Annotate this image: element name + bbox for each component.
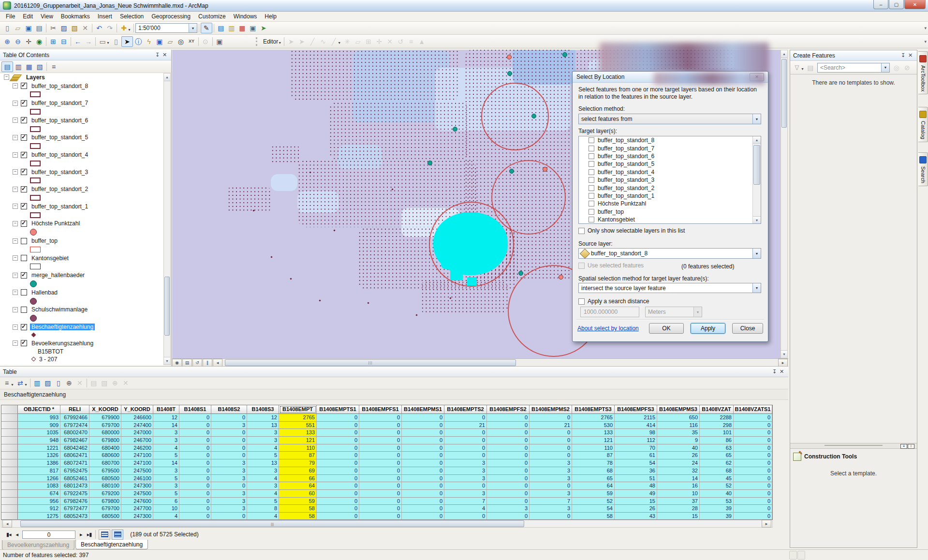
refresh-view-button[interactable]: ↺: [192, 359, 202, 367]
chevron-down-icon[interactable]: ▼: [881, 63, 889, 72]
menu-help[interactable]: Help: [261, 12, 280, 21]
delete-icon[interactable]: ✕: [80, 23, 90, 33]
toc-layer-row[interactable]: −buffer_top_standort_7: [3, 99, 163, 107]
toolbar-overflow-icon[interactable]: ▾: [924, 39, 927, 44]
row-header-cell[interactable]: [1, 459, 18, 467]
show-selected-records-button[interactable]: [112, 530, 123, 540]
layer-visibility-checkbox[interactable]: [21, 152, 27, 158]
layer-symbol[interactable]: [30, 212, 41, 218]
layer-label[interactable]: Schulschwimmanlage: [30, 306, 89, 313]
html-popup-icon[interactable]: ▣: [154, 37, 165, 46]
collapse-icon[interactable]: −: [13, 101, 18, 106]
target-layer-checkbox[interactable]: [589, 217, 594, 222]
layer-visibility-checkbox[interactable]: [21, 307, 27, 313]
toolbar-overflow-icon[interactable]: ▾: [924, 26, 927, 30]
target-layer-checkbox[interactable]: [589, 177, 594, 183]
column-header-reli[interactable]: RELI: [60, 405, 89, 414]
table-row[interactable]: 1266680524616805002461005034660003036551…: [1, 475, 772, 483]
menu-customize[interactable]: Customize: [194, 12, 230, 21]
collapse-icon[interactable]: −: [4, 74, 9, 80]
show-all-records-button[interactable]: [99, 530, 110, 540]
toc-layer-row[interactable]: −Bevoelkerungszaehlung: [3, 339, 163, 348]
layer-label[interactable]: buffer_top_standort_2: [30, 186, 89, 192]
collapse-icon[interactable]: −: [13, 238, 18, 244]
close-icon[interactable]: ✕: [778, 368, 785, 375]
switch-selection-icon[interactable]: ▨: [43, 378, 53, 388]
only-show-selectable-checkbox[interactable]: [578, 228, 585, 234]
layer-visibility-checkbox[interactable]: [21, 186, 27, 192]
collapse-icon[interactable]: −: [13, 187, 18, 192]
target-layer-item[interactable]: buffer_top: [579, 208, 761, 216]
layer-label[interactable]: Kantonsgebiet: [30, 255, 70, 262]
layer-symbol[interactable]: [30, 91, 41, 97]
column-header-b1408empfs1[interactable]: B1408EMPFS1: [359, 405, 402, 414]
collapse-icon[interactable]: −: [13, 273, 18, 278]
collapse-icon[interactable]: −: [13, 307, 18, 312]
redo-icon[interactable]: ↷: [104, 23, 115, 33]
toc-layer-row[interactable]: −buffer_top_standort_1: [3, 202, 163, 211]
toc-layer-row[interactable]: −buffer_top_standort_8: [3, 82, 163, 90]
paste-icon[interactable]: ▧: [69, 23, 80, 33]
target-layer-checkbox[interactable]: [589, 146, 594, 151]
toc-layer-row[interactable]: −buffer_top: [3, 236, 163, 245]
list-by-selection-icon[interactable]: ▧: [34, 62, 45, 72]
layer-symbol[interactable]: [31, 333, 36, 338]
chevron-down-icon[interactable]: ▼: [752, 114, 761, 124]
expand-panel-icon[interactable]: ▯: [908, 444, 914, 449]
selection-method-combo[interactable]: select features from ▼: [578, 114, 761, 124]
collapse-icon[interactable]: −: [13, 221, 18, 226]
apply-distance-row[interactable]: Apply a search distance: [578, 298, 649, 305]
measure-icon[interactable]: ▱: [165, 37, 176, 46]
list-by-drawing-order-icon[interactable]: ▤: [1, 61, 13, 72]
dock-tab-arctoolbox[interactable]: ArcToolbox: [918, 51, 928, 94]
layer-visibility-checkbox[interactable]: [21, 83, 27, 89]
row-header-cell[interactable]: [1, 429, 18, 437]
toc-layer-row[interactable]: −buffer_top_standort_2: [3, 185, 163, 193]
grid-corner-cell[interactable]: [1, 405, 18, 414]
column-header-xkoord[interactable]: X_KOORD: [89, 405, 121, 414]
row-header-cell[interactable]: [1, 498, 18, 505]
toc-layer-row[interactable]: −buffer_top_standort_3: [3, 168, 163, 177]
scroll-left-icon[interactable]: ◂: [213, 359, 222, 367]
select-elements-icon[interactable]: ➤: [121, 36, 133, 47]
table-row[interactable]: 1035680024706800002470003003133000000133…: [1, 429, 772, 437]
layer-visibility-checkbox[interactable]: [21, 117, 27, 123]
target-layer-checkbox[interactable]: [589, 201, 594, 206]
toc-layer-row[interactable]: −Schulschwimmanlage: [3, 306, 163, 314]
pause-drawing-button[interactable]: ∥: [203, 359, 212, 367]
layer-visibility-checkbox[interactable]: [21, 340, 27, 346]
target-layer-item[interactable]: Kantonsgebiet: [579, 216, 761, 223]
layer-visibility-checkbox[interactable]: [21, 238, 27, 244]
chevron-down-icon[interactable]: ▼: [24, 383, 28, 386]
collapse-icon[interactable]: −: [13, 290, 18, 295]
target-layer-item[interactable]: buffer_top_standort_6: [579, 152, 761, 160]
collapse-icon[interactable]: −: [13, 83, 18, 88]
target-layer-item[interactable]: Höchste Punktzahl: [579, 200, 761, 207]
row-header-cell[interactable]: [1, 444, 18, 452]
save-icon[interactable]: ▣: [23, 23, 34, 33]
layout-view-button[interactable]: ▤: [182, 359, 192, 367]
table-row[interactable]: 6746792247567920024750050346000030359491…: [1, 490, 772, 498]
table-row[interactable]: 1083680124736801002473003003640000006448…: [1, 482, 772, 490]
scroll-down-icon[interactable]: ▼: [164, 357, 170, 365]
first-record-button[interactable]: ▮◂: [6, 531, 11, 538]
column-header-b1408s3[interactable]: B1408S3: [247, 405, 279, 414]
list-scrollbar[interactable]: ▲ ▼: [752, 136, 761, 223]
toc-layer-row[interactable]: −Kantonsgebiet: [3, 254, 163, 263]
toc-layer-row[interactable]: −Höchste Punktzahl: [3, 220, 163, 228]
chevron-down-icon[interactable]: ▼: [278, 41, 281, 44]
menu-edit[interactable]: Edit: [19, 12, 37, 21]
target-layer-checkbox[interactable]: [589, 185, 594, 191]
layer-visibility-checkbox[interactable]: [21, 100, 27, 106]
layer-symbol[interactable]: [30, 143, 41, 149]
layer-symbol[interactable]: [30, 109, 41, 115]
column-header-b1408empms2[interactable]: B1408EMPMS2: [530, 405, 572, 414]
undo-icon[interactable]: ↶: [94, 23, 104, 33]
target-layer-checkbox[interactable]: [589, 161, 594, 167]
target-layer-item[interactable]: buffer_top_standort_1: [579, 192, 761, 200]
sheet-tab-beschaeftigtenzaehlung[interactable]: Beschaeftigtenzaehlung: [75, 540, 148, 549]
pin-icon[interactable]: ↧: [771, 368, 778, 375]
layer-visibility-checkbox[interactable]: [21, 221, 27, 227]
menu-file[interactable]: File: [2, 12, 19, 21]
chevron-down-icon[interactable]: ▼: [106, 41, 110, 44]
